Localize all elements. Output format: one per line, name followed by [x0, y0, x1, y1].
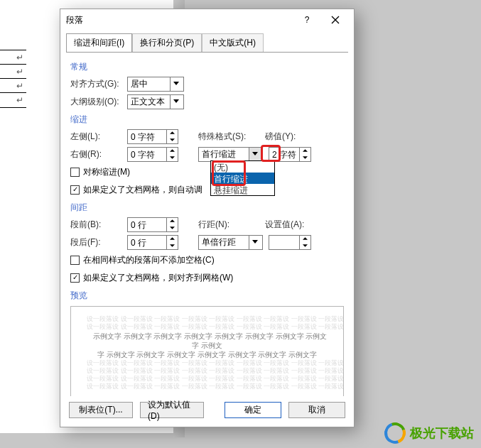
chevron-down-icon: [249, 148, 261, 161]
annotation-box: [261, 145, 281, 162]
spin-down-icon[interactable]: [167, 136, 178, 143]
preview-ghost-text: 设一段落设 设一段落设 一段落设 一段落设 一段落设 一段落设 一段落设 一段落…: [87, 359, 328, 367]
spin-up-icon[interactable]: [167, 148, 178, 155]
preview-ghost-text: 设一段落设 设一段落设 一段落设 一段落设 一段落设 一段落设 一段落设 一段落…: [87, 367, 328, 375]
cancel-button[interactable]: 取消: [288, 402, 345, 418]
snap-grid-label: 如果定义了文档网格，则对齐到网格(W): [83, 272, 233, 284]
section-spacing: 间距: [70, 202, 344, 214]
spin-up-icon[interactable]: [300, 236, 310, 243]
section-preview: 预览: [70, 290, 344, 302]
table-cell: ↵: [0, 79, 26, 93]
spin-down-icon[interactable]: [167, 154, 178, 161]
dialog-title: 段落: [66, 14, 293, 26]
tab-asian-typography[interactable]: 中文版式(H): [202, 33, 264, 52]
spin-down-icon[interactable]: [167, 224, 178, 231]
spin-down-icon[interactable]: [167, 242, 178, 249]
indent-left-label: 左侧(L):: [70, 131, 127, 143]
by-value-label: 磅值(Y):: [265, 131, 309, 143]
preview-ghost-text: 设一段落设 设一段落设 一段落设 一段落设 一段落设 一段落设 一段落设 一段落…: [87, 375, 328, 383]
tab-indent-spacing[interactable]: 缩进和间距(I): [66, 33, 132, 52]
line-spacing-label: 行距(N):: [198, 219, 254, 231]
table-cell: ↵: [0, 65, 26, 79]
dialog-buttons: 制表位(T)... 设为默认值(D) 确定 取消: [60, 396, 354, 427]
annotation-box: [212, 160, 246, 186]
close-icon: [331, 16, 340, 24]
dialog-body: 常规 对齐方式(G): 居中 大纲级别(O): 正文文本 缩进 左侧(L): 0…: [60, 53, 354, 396]
auto-adjust-grid-checkbox[interactable]: 如果定义了文档网格，则自动调: [70, 184, 202, 196]
no-space-same-style-label: 在相同样式的段落间不添加空格(C): [83, 254, 215, 266]
section-indent: 缩进: [70, 114, 344, 126]
snap-grid-checkbox[interactable]: 如果定义了文档网格，则对齐到网格(W): [70, 272, 233, 284]
space-after-spinner[interactable]: 0 行: [127, 235, 178, 250]
preview-ghost-text: 设一段落设 设一段落设 一段落设 一段落设 一段落设 一段落设 一段落设 一段落…: [87, 315, 328, 323]
mirror-indent-checkbox[interactable]: 对称缩进(M): [70, 166, 130, 178]
spin-up-icon[interactable]: [300, 148, 310, 155]
spin-up-icon[interactable]: [167, 218, 178, 225]
alignment-select[interactable]: 居中: [127, 77, 184, 92]
checkbox-icon: [70, 185, 80, 195]
tab-strip: 缩进和间距(I) 换行和分页(P) 中文版式(H): [60, 31, 354, 52]
no-space-same-style-checkbox[interactable]: 在相同样式的段落间不添加空格(C): [70, 254, 215, 266]
spin-up-icon[interactable]: [167, 130, 178, 137]
ok-button[interactable]: 确定: [225, 402, 281, 418]
paragraph-dialog: 段落 ? 缩进和间距(I) 换行和分页(P) 中文版式(H) 常规 对齐方式(G…: [60, 9, 355, 427]
chevron-down-icon: [249, 236, 261, 249]
at-value-spinner[interactable]: [269, 235, 311, 250]
indent-right-label: 右侧(R):: [70, 148, 127, 160]
mirror-indent-label: 对称缩进(M): [83, 166, 130, 178]
spin-up-icon[interactable]: [167, 236, 178, 243]
line-spacing-select[interactable]: 单倍行距: [198, 235, 263, 250]
close-button[interactable]: [321, 10, 350, 30]
outline-label: 大纲级别(O):: [70, 96, 127, 108]
titlebar: 段落 ?: [60, 9, 354, 31]
chevron-down-icon: [170, 95, 182, 109]
tabs-button[interactable]: 制表位(T)...: [69, 402, 133, 418]
tab-line-page-breaks[interactable]: 换行和分页(P): [132, 33, 202, 52]
table-cell: ↵: [0, 50, 26, 65]
auto-adjust-grid-label: 如果定义了文档网格，则自动调: [83, 184, 202, 196]
watermark-logo: 极光下载站: [384, 422, 474, 444]
chevron-down-icon: [170, 77, 182, 91]
spin-down-icon[interactable]: [300, 242, 310, 249]
swirl-icon: [381, 419, 409, 447]
space-before-spinner[interactable]: 0 行: [127, 217, 178, 232]
indent-right-spinner[interactable]: 0 字符: [127, 147, 178, 162]
checkbox-icon: [70, 168, 80, 177]
outline-select[interactable]: 正文文本: [127, 94, 184, 109]
alignment-label: 对齐方式(G):: [70, 78, 127, 90]
preview-box: 设一段落设 设一段落设 一段落设 一段落设 一段落设 一段落设 一段落设 一段落…: [70, 306, 344, 396]
spin-down-icon[interactable]: [300, 154, 310, 161]
table-cell: ↵: [0, 93, 26, 107]
special-format-select[interactable]: 首行缩进: [198, 147, 263, 162]
set-default-button[interactable]: 设为默认值(D): [140, 402, 204, 418]
space-after-label: 段后(F):: [70, 236, 127, 248]
preview-ghost-text: 设一段落设 设一段落设 一段落设 一段落设 一段落设 一段落设 一段落设 一段落…: [87, 323, 328, 331]
checkbox-icon: [70, 273, 80, 283]
special-format-label: 特殊格式(S):: [198, 131, 254, 143]
watermark-text: 极光下载站: [410, 425, 474, 442]
space-before-label: 段前(B):: [70, 219, 127, 231]
preview-ghost-text: 设一段落设 设一段落设 一段落设 一段落设 一段落设 一段落设 一段落设 一段落…: [87, 383, 328, 390]
checkbox-icon: [70, 256, 80, 265]
document-table-fragment: ↵ ↵ ↵ ↵: [0, 50, 26, 108]
help-button[interactable]: ?: [293, 10, 321, 30]
section-general: 常规: [70, 61, 344, 73]
at-value-label: 设置值(A):: [265, 219, 312, 231]
indent-left-spinner[interactable]: 0 字符: [127, 129, 178, 144]
preview-sample-text: 示例文字 示例文字 示例文字 示例文字 示例文字 示例文字 示例文字 示例文字 …: [87, 332, 328, 359]
